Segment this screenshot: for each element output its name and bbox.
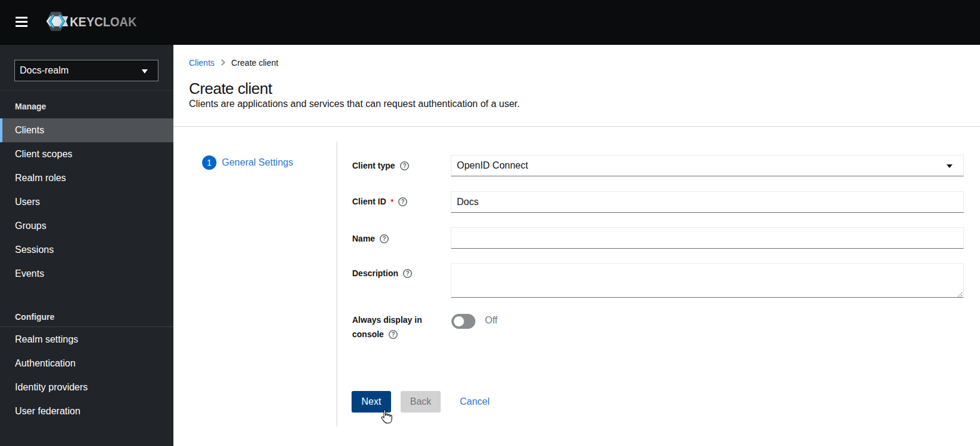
svg-text:?: ? xyxy=(391,331,395,338)
svg-text:?: ? xyxy=(405,270,409,277)
svg-text:KEYCLOAK: KEYCLOAK xyxy=(70,14,137,29)
svg-text:?: ? xyxy=(401,198,405,205)
svg-text:?: ? xyxy=(383,236,386,242)
svg-text:?: ? xyxy=(402,163,406,169)
